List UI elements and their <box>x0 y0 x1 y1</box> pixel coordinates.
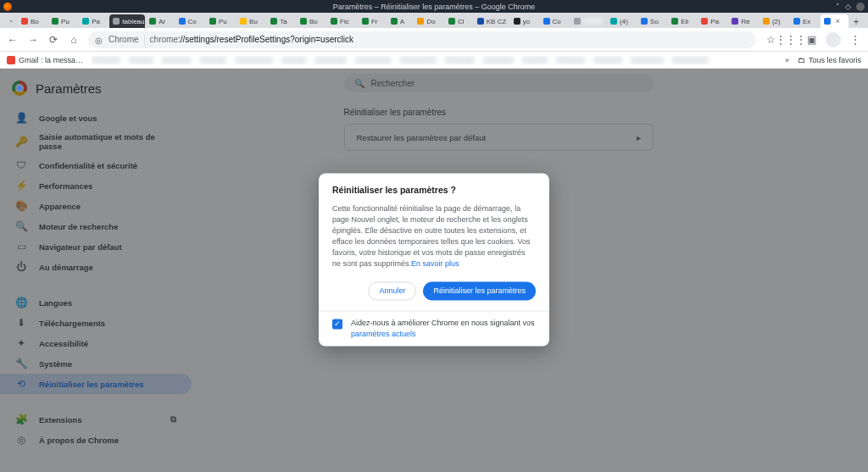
bookmark-label: Gmail : la messa… <box>19 56 83 64</box>
apps-grid-icon[interactable]: ⋮⋮⋮ <box>785 34 797 46</box>
bookmark-item-redacted[interactable] <box>445 56 474 64</box>
tab-favicon-icon <box>610 18 617 25</box>
browser-tab[interactable]: Pa <box>79 14 108 28</box>
bookmark-overflow-icon[interactable]: » <box>785 56 789 64</box>
browser-tab[interactable]: Ar <box>146 14 174 28</box>
browser-tab[interactable]: So <box>637 14 667 28</box>
tab-favicon-icon <box>641 18 648 25</box>
browser-tab[interactable]: Do <box>414 14 444 28</box>
panel-icon[interactable]: ▣ <box>805 34 817 46</box>
tab-favicon-icon <box>52 18 58 25</box>
all-bookmarks-button[interactable]: 🗀 Tous les favoris <box>798 56 861 64</box>
bookmark-item-redacted[interactable] <box>522 56 548 64</box>
bookmark-item-redacted[interactable] <box>672 56 708 64</box>
browser-tab[interactable]: Bu <box>236 14 266 28</box>
browser-tab[interactable]: Co <box>540 14 570 28</box>
window-title: Paramètres – Réinitialiser les paramètre… <box>333 3 536 11</box>
browser-tab[interactable]: (2) <box>760 14 789 28</box>
bookmark-item-redacted[interactable] <box>631 56 665 64</box>
tab-favicon-icon <box>331 18 337 25</box>
bookmark-item-redacted[interactable] <box>400 56 437 64</box>
bookmark-item-redacted[interactable] <box>92 56 120 64</box>
reload-button[interactable]: ⟳ <box>47 34 59 46</box>
window-close-icon[interactable] <box>856 3 865 11</box>
tab-label: A <box>400 18 404 25</box>
tab-close-icon[interactable]: × <box>836 18 840 25</box>
bookmark-item-redacted[interactable] <box>281 56 306 64</box>
tab-label: Ar <box>159 18 165 25</box>
browser-tab[interactable]: Ex <box>790 14 820 28</box>
url-prefix: chrome <box>150 35 178 44</box>
settings-page: Paramètres 👤Google et vous🔑Saisie automa… <box>0 69 868 472</box>
site-info-icon[interactable]: ◎ <box>95 36 103 44</box>
bookmark-star-icon[interactable]: ☆ <box>765 34 776 46</box>
bookmark-item-redacted[interactable] <box>200 56 226 64</box>
all-bookmarks-label: Tous les favoris <box>809 56 861 64</box>
tab-label: Pa <box>710 18 719 25</box>
folder-icon: 🗀 <box>798 56 805 64</box>
browser-tab[interactable]: Fic <box>327 14 358 28</box>
forward-button[interactable]: → <box>27 34 39 46</box>
learn-more-link[interactable]: En savoir plus <box>411 260 459 269</box>
browser-tab[interactable]: tableau google <box>109 14 145 28</box>
firefox-icon <box>3 3 12 11</box>
browser-tab[interactable]: Bo <box>18 14 47 28</box>
browser-tab[interactable]: Cl <box>445 14 473 28</box>
url-scheme: Chrome <box>108 35 139 44</box>
bookmark-bar: Gmail : la messa… » 🗀 Tous les favoris <box>0 52 868 69</box>
bookmark-item-redacted[interactable] <box>129 56 154 64</box>
cancel-button[interactable]: Annuler <box>368 282 416 301</box>
browser-tab[interactable]: Ta <box>267 14 296 28</box>
tab-favicon-icon <box>391 18 398 25</box>
confirm-reset-button[interactable]: Réinitialiser les paramètres <box>423 282 536 301</box>
bookmark-item-redacted[interactable] <box>162 56 192 64</box>
tab-favicon-icon <box>362 18 369 25</box>
bookmark-item-redacted[interactable] <box>593 56 622 64</box>
tab-favicon-icon <box>701 18 708 25</box>
bookmark-item[interactable]: Gmail : la messa… <box>7 56 83 64</box>
bookmark-item-redacted[interactable] <box>314 56 346 64</box>
back-button[interactable]: ← <box>7 34 19 46</box>
browser-tab[interactable]: Bo <box>297 14 326 28</box>
tab-label: Ta <box>280 18 287 25</box>
bookmark-item-redacted[interactable] <box>483 56 515 64</box>
tab-label: Fr <box>371 18 378 25</box>
browser-tab[interactable] <box>570 14 606 28</box>
bookmark-item-redacted[interactable] <box>556 56 585 64</box>
browser-tab[interactable]: Pu <box>206 14 236 28</box>
browser-tab[interactable]: Eli <box>668 14 697 28</box>
profile-avatar[interactable] <box>826 32 841 47</box>
dialog-title: Réinitialiser les paramètres ? <box>332 185 536 195</box>
tab-favicon-icon <box>300 18 307 25</box>
address-bar[interactable]: ◎ Chrome chrome://settings/resetProfileS… <box>88 31 756 48</box>
window-minimize-icon[interactable]: ˅ <box>836 3 840 11</box>
browser-tab[interactable]: (4) <box>607 14 637 28</box>
browser-tab[interactable]: Re <box>728 14 759 28</box>
window-maximize-icon[interactable]: ◇ <box>845 3 851 11</box>
dialog-footer-text: Aidez-nous à améliorer Chrome en nous si… <box>351 319 536 340</box>
tab-favicon-icon <box>21 18 28 25</box>
tab-label: Bo <box>309 18 318 25</box>
tab-search-icon[interactable]: ˅ <box>5 19 17 28</box>
browser-tab[interactable]: Pa <box>698 14 727 28</box>
tab-strip: ˅ BoPuPatableau googleArCoPuBuTaBoFicFrA… <box>0 13 868 28</box>
bookmark-item-redacted[interactable] <box>235 56 273 64</box>
url-path: ://settings/resetProfileSettings?origin=… <box>178 35 353 44</box>
new-tab-button[interactable]: + <box>849 16 863 28</box>
browser-tab[interactable]: Co <box>175 14 206 28</box>
current-settings-link[interactable]: paramètres actuels <box>351 330 416 338</box>
report-settings-checkbox[interactable]: ✓ <box>332 319 342 330</box>
gmail-icon <box>7 56 15 64</box>
home-button[interactable]: ⌂ <box>68 34 80 46</box>
browser-tab[interactable]: yo <box>510 14 539 28</box>
browser-tab[interactable]: KB CZ <box>474 14 509 28</box>
bookmark-item-redacted[interactable] <box>355 56 392 64</box>
browser-tab[interactable]: Fr <box>359 14 387 28</box>
overflow-menu-icon[interactable]: ⋮ <box>849 34 861 46</box>
browser-tab[interactable]: × <box>821 14 849 28</box>
browser-tab[interactable]: A <box>387 14 414 28</box>
tab-label: Co <box>553 18 561 25</box>
browser-tab[interactable]: Pu <box>48 14 78 28</box>
tab-label: Re <box>741 18 749 25</box>
tab-favicon-icon <box>514 18 520 25</box>
